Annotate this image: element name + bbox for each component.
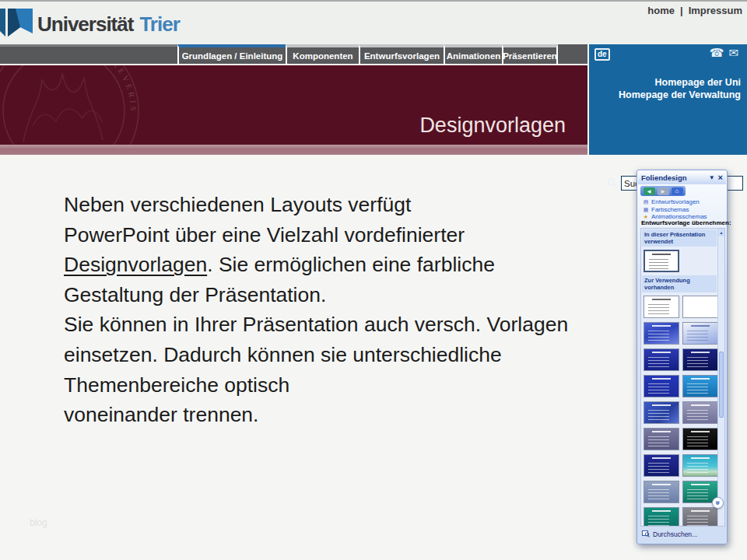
slide-design-ocean-waves-blue[interactable] xyxy=(644,322,679,345)
university-seal-icon: TREVERIS xyxy=(0,65,181,145)
homepage-uni-link[interactable]: Homepage der Uni xyxy=(619,76,741,89)
pane-dropdown-icon[interactable]: ▼ xyxy=(709,175,715,181)
text-line: Themenbereiche optisch xyxy=(64,370,640,401)
browse-icon xyxy=(642,530,650,539)
slide-design-deep-navy[interactable] xyxy=(644,454,679,477)
underlined-term: Designvorlagen xyxy=(64,253,207,276)
in-use-thumbs xyxy=(641,247,717,275)
link-label: Entwurfsvorlagen xyxy=(651,198,700,206)
watermark-text: blog xyxy=(30,517,47,528)
phone-icon[interactable]: ☎ xyxy=(710,46,729,59)
slide-design-slate-purple-dark[interactable] xyxy=(644,428,679,450)
task-pane-titlebar: Foliendesign ▼ × xyxy=(638,171,726,184)
slide-design-white-text[interactable] xyxy=(644,296,679,318)
page-title: Designvorlagen xyxy=(419,114,566,138)
pane-nav-links: ▤ Entwurfsvorlagen ▦ Farbschemas ★ Anima… xyxy=(643,198,707,221)
impressum-link[interactable]: Impressum xyxy=(689,5,742,16)
link-label: Farbschemas xyxy=(651,206,689,214)
task-pane-toolbar: ◀ ▶ ⌂ xyxy=(640,186,686,196)
nav-tabs: Grundlagen / Einleitung Komponenten Entw… xyxy=(177,44,558,64)
homepage-verwaltung-link[interactable]: Homepage der Verwaltung xyxy=(619,89,741,101)
slide-design-cobalt-blue[interactable] xyxy=(644,375,679,397)
apply-template-heading: Entwurfsvorlage übernehmen: xyxy=(641,219,731,226)
slide-text: Neben verschiedenen Layouts verfügt Powe… xyxy=(64,190,640,430)
slide-design-used-white-text[interactable] xyxy=(644,250,679,272)
task-pane-title: Foliendesign xyxy=(641,173,706,182)
quicklinks-panel: de ☎✉ Homepage der Uni Homepage der Verw… xyxy=(589,44,747,155)
link-farbschemas[interactable]: ▦ Farbschemas xyxy=(643,206,707,214)
pane-forward-icon[interactable]: ▶ xyxy=(658,187,669,195)
template-list-scrollbar[interactable]: ▲ xyxy=(717,229,724,526)
main-navbar: Grundlagen / Einleitung Komponenten Entw… xyxy=(0,44,587,64)
scroll-more-icon[interactable]: » xyxy=(712,497,724,509)
browse-label: Durchsuchen... xyxy=(653,530,697,538)
slide-design-warm-gray[interactable] xyxy=(682,507,718,527)
design-templates-icon: ▤ xyxy=(643,198,649,206)
text-line: Designvorlagen. Sie ermöglichen eine far… xyxy=(64,250,640,280)
logo-word-universitaet: Universität xyxy=(37,12,133,37)
text-line: Neben verschiedenen Layouts verfügt xyxy=(64,190,640,220)
template-list-inner: In dieser Präsentation verwendet Zur Ver… xyxy=(641,229,717,526)
foliendesign-task-pane: Foliendesign ▼ × ◀ ▶ ⌂ ▤ Entwurfsvorlage… xyxy=(637,170,728,544)
banner-bottom-strip xyxy=(0,145,587,155)
template-list: In dieser Präsentation verwendet Zur Ver… xyxy=(640,228,725,527)
scrollbar-thumb[interactable] xyxy=(719,352,724,418)
tab-entwurfsvorlagen[interactable]: Entwurfsvorlagen xyxy=(359,44,444,64)
tab-animationen[interactable]: Animationen xyxy=(444,44,502,64)
home-link[interactable]: home xyxy=(647,5,675,16)
available-thumbs xyxy=(641,293,717,527)
svg-text:TREVERIS: TREVERIS xyxy=(106,65,138,114)
link-separator: | xyxy=(680,5,683,16)
pane-back-icon[interactable]: ◀ xyxy=(644,187,655,195)
page: Universität Trier home | Impressum Grund… xyxy=(0,0,747,560)
tab-praesentieren[interactable]: Präsentieren xyxy=(502,44,558,64)
slide-design-black[interactable] xyxy=(682,428,718,450)
slide-design-pale-waves[interactable] xyxy=(682,322,718,345)
seal-text: TREVERIS xyxy=(106,65,138,114)
text-line: PowerPoint über eine Vielzahl vordefinie… xyxy=(64,220,640,250)
tab-grundlagen-einleitung[interactable]: Grundlagen / Einleitung xyxy=(177,44,286,64)
text-line: Gestaltung der Präsentation. xyxy=(64,280,640,310)
university-logo[interactable]: Universität Trier xyxy=(0,6,180,42)
browse-button[interactable]: Durchsuchen... xyxy=(642,530,697,539)
logo-word-trier: Trier xyxy=(139,12,179,37)
slide-design-gray-blue[interactable] xyxy=(644,481,679,503)
slide-design-blue-wave-gradient[interactable] xyxy=(644,401,679,424)
slide-design-azure-bright[interactable] xyxy=(682,375,718,397)
site-header: Universität Trier home | Impressum xyxy=(0,2,747,44)
page-banner: TREVERIS Designvorlagen xyxy=(0,65,587,145)
section-available-header: Zur Verwendung vorhanden xyxy=(642,275,717,292)
slide-design-slate-lavender[interactable] xyxy=(682,401,718,424)
link-entwurfsvorlagen[interactable]: ▤ Entwurfsvorlagen xyxy=(643,198,707,206)
text-line-rest: . Sie ermöglichen eine farbliche xyxy=(207,253,495,276)
text-line: voneinander trennen. xyxy=(64,400,640,430)
panel-links: Homepage der Uni Homepage der Verwaltung xyxy=(619,76,741,101)
slide-design-white-blank[interactable] xyxy=(682,296,718,318)
text-line: einsetzen. Dadurch können sie unterschie… xyxy=(64,340,640,370)
contact-icons: ☎✉ xyxy=(710,46,743,60)
scroll-up-icon[interactable]: ▲ xyxy=(718,229,724,236)
tab-komponenten[interactable]: Komponenten xyxy=(286,44,359,64)
text-line: Sie können in Ihrer Präsentation auch ve… xyxy=(64,310,640,340)
envelope-icon[interactable]: ✉ xyxy=(728,46,743,59)
section-in-use-header: In dieser Präsentation verwendet xyxy=(642,229,717,247)
university-logo-mark-icon xyxy=(0,5,34,43)
language-badge[interactable]: de xyxy=(594,48,610,61)
slide-design-teal-solid[interactable] xyxy=(644,507,679,527)
slide-design-teal-beach[interactable] xyxy=(682,454,718,477)
pane-home-icon[interactable]: ⌂ xyxy=(672,187,683,195)
slide-design-royal-blue-title[interactable] xyxy=(644,348,679,371)
color-schemes-icon: ▦ xyxy=(643,206,649,214)
header-links: home | Impressum xyxy=(647,5,742,16)
slide-design-midnight-navy[interactable] xyxy=(682,348,718,371)
pane-close-icon[interactable]: × xyxy=(718,173,723,182)
